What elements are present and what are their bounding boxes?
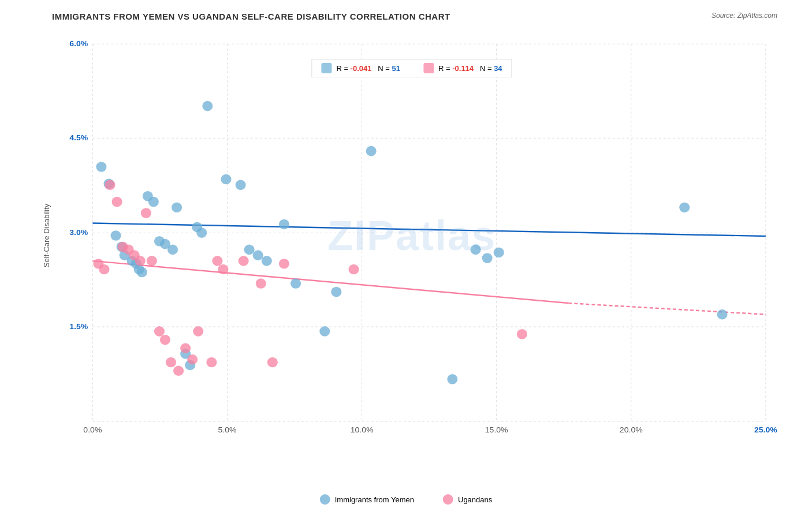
svg-point-24 bbox=[96, 162, 106, 172]
svg-point-73 bbox=[173, 365, 184, 376]
chart-svg: 6.0% 4.5% 3.0% 1.5% 0.0% 5.0% 10.0% 15.0… bbox=[46, 27, 777, 444]
bottom-legend-item-yemen: Immigrants from Yemen bbox=[320, 494, 414, 505]
svg-point-78 bbox=[212, 256, 222, 266]
bottom-legend-label-yemen: Immigrants from Yemen bbox=[335, 495, 414, 504]
chart-title: IMMIGRANTS FROM YEMEN VS UGANDAN SELF-CA… bbox=[46, 12, 777, 21]
svg-point-69 bbox=[147, 256, 157, 266]
bottom-legend-circle-uganda bbox=[443, 494, 453, 505]
svg-point-34 bbox=[148, 197, 159, 207]
svg-point-52 bbox=[331, 287, 341, 297]
svg-text:25.0%: 25.0% bbox=[754, 426, 777, 435]
svg-text:3.0%: 3.0% bbox=[69, 227, 88, 237]
svg-point-76 bbox=[193, 326, 203, 337]
svg-line-22 bbox=[92, 261, 568, 303]
svg-point-43 bbox=[202, 101, 213, 111]
svg-point-82 bbox=[267, 357, 278, 368]
svg-line-23 bbox=[568, 303, 766, 315]
chart-area: Self-Care Disability R = -0.041 N = 51 R… bbox=[46, 27, 777, 444]
legend-r2: R = -0.114 N = 34 bbox=[438, 64, 502, 73]
svg-point-85 bbox=[517, 329, 527, 339]
bottom-legend-circle-yemen bbox=[320, 494, 330, 505]
svg-point-45 bbox=[236, 180, 246, 190]
legend-box-uganda bbox=[423, 63, 434, 73]
svg-point-38 bbox=[172, 202, 182, 212]
svg-point-70 bbox=[154, 326, 165, 337]
y-axis-label: Self-Care Disability bbox=[42, 204, 51, 268]
svg-point-26 bbox=[111, 230, 121, 241]
svg-point-44 bbox=[221, 174, 231, 185]
svg-point-62 bbox=[105, 180, 115, 190]
svg-point-67 bbox=[135, 256, 146, 266]
bottom-legend-item-uganda: Ugandans bbox=[443, 494, 492, 505]
svg-point-63 bbox=[112, 197, 122, 207]
svg-point-80 bbox=[239, 256, 249, 266]
svg-point-46 bbox=[244, 245, 255, 255]
svg-point-47 bbox=[253, 250, 263, 260]
svg-point-77 bbox=[206, 357, 217, 368]
svg-point-84 bbox=[348, 264, 359, 275]
svg-point-56 bbox=[482, 253, 493, 263]
svg-point-55 bbox=[470, 245, 481, 255]
source-label: Source: ZipAtlas.com bbox=[712, 12, 777, 20]
svg-text:6.0%: 6.0% bbox=[69, 39, 88, 48]
svg-point-48 bbox=[262, 256, 272, 266]
svg-text:15.0%: 15.0% bbox=[485, 426, 508, 435]
svg-point-54 bbox=[447, 374, 457, 385]
svg-point-79 bbox=[218, 264, 228, 275]
svg-point-49 bbox=[279, 219, 289, 230]
svg-point-59 bbox=[717, 309, 728, 320]
svg-text:4.5%: 4.5% bbox=[69, 133, 88, 142]
svg-point-61 bbox=[99, 264, 109, 275]
chart-container: IMMIGRANTS FROM YEMEN VS UGANDAN SELF-CA… bbox=[0, 0, 812, 515]
svg-point-58 bbox=[679, 202, 690, 212]
svg-point-71 bbox=[160, 335, 170, 345]
svg-text:20.0%: 20.0% bbox=[620, 426, 643, 435]
legend-item-yemen: R = -0.041 N = 51 bbox=[321, 63, 400, 73]
legend-r1: R = -0.041 N = 51 bbox=[336, 64, 400, 73]
svg-point-37 bbox=[167, 245, 178, 255]
svg-point-57 bbox=[494, 247, 504, 258]
bottom-legend-label-uganda: Ugandans bbox=[458, 495, 492, 504]
svg-text:10.0%: 10.0% bbox=[351, 426, 374, 435]
svg-point-83 bbox=[279, 259, 289, 269]
svg-point-51 bbox=[319, 326, 330, 337]
svg-text:5.0%: 5.0% bbox=[218, 426, 236, 435]
svg-point-32 bbox=[137, 267, 147, 278]
legend-box-yemen bbox=[321, 63, 331, 73]
legend: R = -0.041 N = 51 R = -0.114 N = 34 bbox=[311, 59, 512, 77]
svg-text:1.5%: 1.5% bbox=[69, 322, 88, 331]
svg-point-53 bbox=[366, 146, 377, 156]
svg-point-72 bbox=[166, 357, 176, 368]
svg-text:0.0%: 0.0% bbox=[83, 426, 102, 435]
bottom-legend: Immigrants from Yemen Ugandans bbox=[320, 494, 493, 505]
legend-item-uganda: R = -0.114 N = 34 bbox=[423, 63, 502, 73]
svg-point-74 bbox=[180, 343, 191, 353]
svg-point-75 bbox=[187, 354, 198, 365]
svg-point-81 bbox=[256, 278, 266, 289]
svg-point-68 bbox=[141, 208, 151, 218]
svg-point-42 bbox=[196, 227, 207, 238]
svg-point-50 bbox=[290, 278, 301, 289]
